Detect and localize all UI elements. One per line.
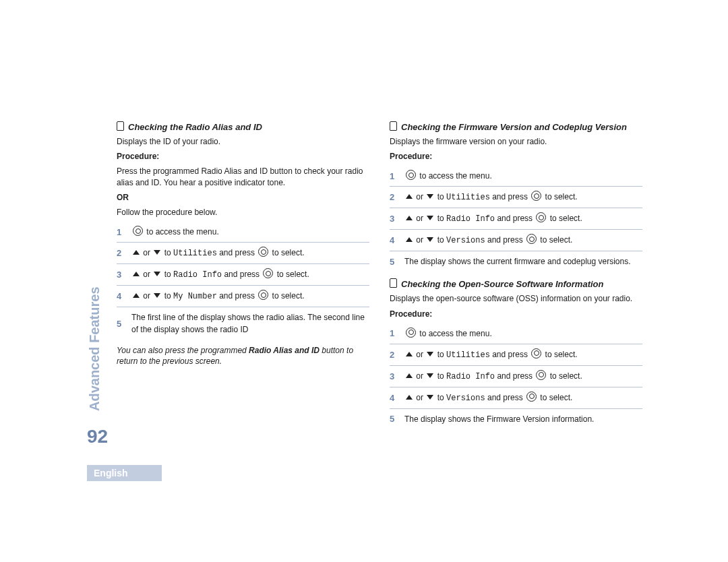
- ok-button-icon: [406, 170, 416, 180]
- down-arrow-icon: [154, 250, 160, 255]
- down-arrow-icon: [154, 272, 160, 276]
- step-text: to access the menu.: [404, 170, 642, 182]
- procedure-label: Procedure:: [390, 309, 642, 319]
- down-arrow-icon: [427, 352, 433, 356]
- step-row-2: 2 or to Utilities and press to select.: [390, 344, 642, 366]
- section-title-text: Checking the Open-Source Software Inform…: [401, 279, 603, 289]
- ok-button-icon: [536, 212, 546, 222]
- step-number: 4: [390, 235, 404, 245]
- up-arrow-icon: [406, 395, 413, 400]
- step-text: or to Radio Info and press to select.: [404, 212, 642, 225]
- step-number: 5: [390, 414, 404, 424]
- ok-button-icon: [526, 234, 537, 244]
- step-text: The first line of the display shows the …: [131, 311, 369, 336]
- up-arrow-icon: [406, 352, 413, 356]
- step-text: or to Radio Info and press to select.: [404, 370, 642, 383]
- step-row-4: 4 or to Versions and press to select.: [390, 387, 642, 409]
- step-row-4: 4 or to Versions and press to select.: [390, 230, 642, 251]
- or-label: OR: [117, 192, 369, 203]
- step-number: 3: [117, 270, 131, 280]
- step-row-5: 5 The first line of the display shows th…: [117, 307, 369, 340]
- step-text: or to Utilities and press to select.: [404, 191, 642, 204]
- procedure-label: Procedure:: [117, 151, 369, 162]
- procedure-label: Procedure:: [390, 151, 642, 162]
- down-arrow-icon: [427, 373, 433, 378]
- doc-icon: [117, 121, 124, 131]
- step-number: 1: [390, 328, 404, 338]
- step-number: 2: [117, 248, 131, 258]
- step-text: or to Versions and press to select.: [404, 234, 642, 247]
- note-text: You can also press the programmed Radio …: [117, 345, 369, 367]
- ok-button-icon: [258, 290, 268, 300]
- step-text: to access the menu.: [404, 327, 642, 340]
- section-title-radio-alias: Checking the Radio Alias and ID: [117, 121, 369, 132]
- step-number: 3: [390, 371, 404, 381]
- step-number: 4: [390, 393, 404, 403]
- step-number: 4: [117, 291, 131, 301]
- left-column: Checking the Radio Alias and ID Displays…: [117, 121, 369, 429]
- press-instruction: Press the programmed Radio Alias and ID …: [117, 166, 369, 187]
- follow-text: Follow the procedure below.: [117, 207, 369, 218]
- ok-button-icon: [263, 268, 273, 278]
- intro-text: Displays the open-source software (OSS) …: [390, 293, 642, 304]
- doc-icon: [390, 278, 397, 288]
- ok-button-icon: [406, 327, 416, 338]
- down-arrow-icon: [427, 216, 433, 220]
- ok-button-icon: [531, 348, 541, 358]
- step-text: The display shows the Firmware Version i…: [404, 413, 642, 425]
- section-title-text: Checking the Firmware Version and Codepl…: [401, 122, 627, 132]
- step-row-1: 1 to access the menu.: [117, 222, 369, 243]
- up-arrow-icon: [133, 272, 140, 276]
- step-row-2: 2 or to Utilities and press to select.: [117, 243, 369, 264]
- step-number: 1: [390, 171, 404, 181]
- ok-button-icon: [258, 247, 268, 257]
- step-row-2: 2 or to Utilities and press to select.: [390, 187, 642, 208]
- down-arrow-icon: [427, 395, 433, 400]
- doc-icon: [390, 121, 397, 131]
- step-row-3: 3 or to Radio Info and press to select.: [390, 208, 642, 230]
- step-text: or to Radio Info and press to select.: [131, 268, 369, 281]
- right-column: Checking the Firmware Version and Codepl…: [390, 121, 642, 429]
- step-text: or to Utilities and press to select.: [131, 247, 369, 259]
- step-number: 5: [117, 319, 131, 329]
- down-arrow-icon: [154, 293, 160, 298]
- step-number: 2: [390, 192, 404, 202]
- step-row-5: 5 The display shows the current firmware…: [390, 251, 642, 272]
- step-number: 1: [117, 227, 131, 237]
- section-title-oss: Checking the Open-Source Software Inform…: [390, 278, 642, 289]
- step-text: or to Versions and press to select.: [404, 392, 642, 404]
- step-row-5: 5 The display shows the Firmware Version…: [390, 409, 642, 429]
- step-row-1: 1 to access the menu.: [390, 166, 642, 187]
- up-arrow-icon: [133, 293, 140, 298]
- up-arrow-icon: [133, 250, 140, 255]
- step-text: or to Utilities and press to select.: [404, 348, 642, 361]
- step-number: 5: [390, 257, 404, 267]
- ok-button-icon: [531, 191, 541, 201]
- intro-text: Displays the ID of your radio.: [117, 136, 369, 147]
- step-text: The display shows the current firmware a…: [404, 255, 642, 268]
- section-title-text: Checking the Radio Alias and ID: [128, 122, 262, 132]
- page-number: 92: [87, 426, 108, 447]
- step-row-1: 1 to access the menu.: [390, 323, 642, 344]
- up-arrow-icon: [406, 194, 413, 199]
- content-area: Checking the Radio Alias and ID Displays…: [117, 121, 642, 429]
- step-text: to access the menu.: [131, 226, 369, 238]
- up-arrow-icon: [406, 216, 413, 220]
- step-row-3: 3 or to Radio Info and press to select.: [117, 264, 369, 286]
- step-number: 3: [390, 214, 404, 224]
- ok-button-icon: [526, 392, 537, 402]
- step-text: or to My Number and press to select.: [131, 290, 369, 303]
- section-title-firmware: Checking the Firmware Version and Codepl…: [390, 121, 642, 132]
- side-chapter-label: Advanced Features: [87, 286, 102, 411]
- ok-button-icon: [536, 370, 546, 380]
- up-arrow-icon: [406, 237, 413, 242]
- down-arrow-icon: [427, 237, 433, 242]
- step-number: 2: [390, 350, 404, 360]
- up-arrow-icon: [406, 373, 413, 378]
- intro-text: Displays the firmware version on your ra…: [390, 136, 642, 147]
- document-page: Advanced Features 92 English Checking th…: [0, 0, 728, 562]
- step-row-4: 4 or to My Number and press to select.: [117, 286, 369, 307]
- language-label: English: [87, 465, 162, 481]
- ok-button-icon: [133, 226, 143, 236]
- down-arrow-icon: [427, 194, 433, 199]
